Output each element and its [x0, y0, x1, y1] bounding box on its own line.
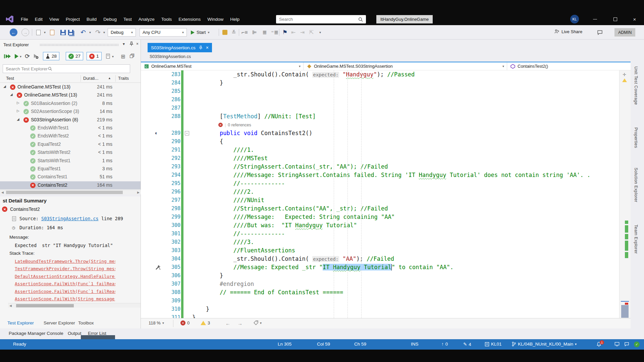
editor-gutter[interactable]	[141, 297, 167, 305]
fold-margin[interactable]	[183, 188, 191, 196]
fold-margin[interactable]	[183, 96, 191, 104]
attach-process-icon[interactable]	[222, 28, 227, 37]
stack-frame-link[interactable]: DefaultAssertionStrategy.HandleFailure(S…	[15, 274, 115, 279]
code-line-301[interactable]: 301 //-------------	[141, 230, 619, 238]
window-close-button[interactable]: ×	[630, 15, 639, 23]
fold-margin[interactable]	[183, 313, 191, 318]
filter-issues-control[interactable]: ▾	[254, 320, 262, 325]
window-maximize-button[interactable]	[610, 15, 620, 23]
expand-icon[interactable]: ▷	[17, 101, 19, 105]
test-explorer-search-box[interactable]: Search Test Explorer	[3, 64, 130, 73]
column-test[interactable]: Test	[6, 76, 14, 81]
stack-frame-link[interactable]: LateBoundTestFramework.Throw(String mess	[15, 259, 115, 264]
test-settings-dropdown-icon[interactable]: ▾	[112, 53, 114, 60]
test-tree-row-equaltest1[interactable]: ✓EqualTest13 ms	[0, 165, 141, 173]
repeat-last-run-icon[interactable]: ⟳	[25, 53, 30, 60]
test-tree-row-s03stringassertion-8-[interactable]: ◢✕S03StringAssertion (8)219 ms	[0, 116, 141, 124]
fold-margin[interactable]	[183, 272, 191, 280]
fold-collapse-box[interactable]: −	[185, 131, 189, 135]
editor-gutter[interactable]	[141, 171, 167, 179]
fold-margin[interactable]	[183, 288, 191, 297]
hot-reload-icon[interactable]: ≚	[231, 28, 236, 37]
editor-gutter[interactable]	[141, 188, 167, 196]
run-dropdown-icon[interactable]: ▾	[20, 53, 21, 60]
fold-margin[interactable]	[183, 112, 191, 121]
fold-margin[interactable]	[183, 305, 191, 313]
fold-margin[interactable]	[183, 255, 191, 263]
outdent-icon[interactable]: ⁼≣	[271, 28, 278, 37]
column-traits[interactable]: Traits	[118, 76, 129, 81]
fold-margin[interactable]	[183, 163, 191, 171]
editor-gutter[interactable]	[141, 288, 167, 297]
repo-selector[interactable]: KL01	[485, 342, 502, 347]
user-avatar[interactable]: KL	[570, 15, 579, 23]
menu-file[interactable]: File	[17, 15, 32, 23]
bookmark-icon[interactable]: ⚑	[282, 28, 287, 37]
menu-tools[interactable]: Tools	[158, 15, 175, 23]
code-line-294[interactable]: 294 ////Message: StringAssert.Contains f…	[141, 171, 619, 179]
code-line-306[interactable]: 306 }	[141, 272, 619, 280]
document-well-label[interactable]: S03StringAssertion.cs	[150, 54, 191, 59]
collapse-icon[interactable]: ◢	[3, 84, 6, 88]
code-line-300[interactable]: 300 ////But was: "IT Handyguy Tutorial"	[141, 221, 619, 230]
fold-margin[interactable]: −	[183, 129, 191, 137]
editor-gutter[interactable]	[141, 154, 167, 163]
editor-gutter[interactable]	[141, 246, 167, 255]
code-line-297[interactable]: 297 ////NUnit	[141, 196, 619, 204]
test-tree-row-onlinegame-mstest-13-[interactable]: ◢✕OnlineGame.MSTest (13)241 ms	[0, 83, 141, 91]
test-tree-row-s01basicassertion-2-[interactable]: ▷✓S01BasicAssertion (2)8 ms	[0, 100, 141, 108]
editor-scrollbar[interactable]: ✛	[619, 70, 631, 318]
code-line-309[interactable]: 309	[141, 297, 619, 305]
test-tree-row-containstest1[interactable]: ✓ContainsTest151 ms	[0, 173, 141, 181]
stack-frame-link[interactable]: AssertionScope.FailWith(String message, …	[15, 296, 115, 301]
editor-gutter[interactable]	[141, 163, 167, 171]
code-line-291[interactable]: 291 ////1.	[141, 146, 619, 154]
breadcrumb-method[interactable]: ContainsTest2()	[507, 62, 631, 70]
pending-edits[interactable]: ✎ 4	[463, 342, 471, 347]
editor-gutter[interactable]	[141, 121, 167, 129]
code-line-293[interactable]: 293 //StringAssert.Contains(_str, "AA");…	[141, 163, 619, 171]
editor-gutter[interactable]	[141, 96, 167, 104]
code-line-307[interactable]: 307 #endregion	[141, 280, 619, 288]
test-tree-column-headers[interactable]: Test Durati... ▲ Traits	[0, 74, 141, 83]
fold-margin[interactable]	[183, 204, 191, 213]
code-line-288[interactable]: 288 [TestMethod] //NUnit: [Test]	[141, 112, 619, 121]
scrollbar-map-icon[interactable]: ✛	[623, 72, 626, 77]
editor-gutter[interactable]	[141, 238, 167, 246]
editor-gutter[interactable]	[141, 221, 167, 230]
editor-gutter[interactable]	[141, 204, 167, 213]
column-duration[interactable]: Durati...	[83, 76, 99, 81]
new-project-dropdown-icon[interactable]: ▾	[44, 28, 46, 37]
new-project-icon[interactable]	[36, 28, 41, 37]
code-line-290[interactable]: 290 {	[141, 137, 619, 146]
right-tab-properties[interactable]: Properties	[634, 127, 638, 148]
panel-close-icon[interactable]: ×	[136, 42, 139, 46]
code-line-296[interactable]: 296 ////2.	[141, 188, 619, 196]
window-output[interactable]: Output	[68, 331, 82, 336]
code-line-286[interactable]: 286	[141, 96, 619, 104]
undo-dropdown-icon[interactable]: ▾	[89, 28, 91, 37]
menu-test[interactable]: Test	[120, 15, 135, 23]
prev-bookmark-icon[interactable]: ⇤	[291, 28, 296, 37]
code-line-289[interactable]: ◐289− public void ContainsTest2()	[141, 129, 619, 137]
code-line-305[interactable]: 305 //Message: Expected _str "IT Handygu…	[141, 263, 619, 272]
test-tree-row-endswithtest1[interactable]: ✓EndsWithTest1< 1 ms	[0, 124, 141, 132]
stack-frame-link[interactable]: AssertionScope.FailWith(Func`1 failReaso…	[15, 281, 115, 286]
code-line-304[interactable]: 304 _str.Should().Contain( expected: "AA…	[141, 255, 619, 263]
live-share-button[interactable]: Live Share	[554, 29, 582, 34]
zoom-control[interactable]: 118 %▾	[149, 320, 164, 325]
prev-issue-icon[interactable]: ←	[225, 320, 230, 326]
cancel-run-icon[interactable]	[33, 53, 39, 60]
editor-gutter[interactable]	[141, 272, 167, 280]
fold-margin[interactable]	[183, 238, 191, 246]
warning-indicator[interactable]: 3	[201, 320, 210, 325]
send-feedback-icon[interactable]	[597, 28, 603, 37]
save-icon[interactable]	[60, 28, 66, 37]
editor-gutter[interactable]	[141, 179, 167, 188]
fold-margin[interactable]	[183, 179, 191, 188]
branch-selector[interactable]: KL/04B_NUnit_KL/00_Main ▾	[512, 342, 577, 347]
error-indicator[interactable]: ✕ 0	[180, 320, 190, 325]
pending-pushes[interactable]: ↑ 0	[441, 342, 448, 347]
editor-gutter[interactable]	[141, 263, 167, 272]
global-search-box[interactable]: Search	[276, 15, 366, 23]
